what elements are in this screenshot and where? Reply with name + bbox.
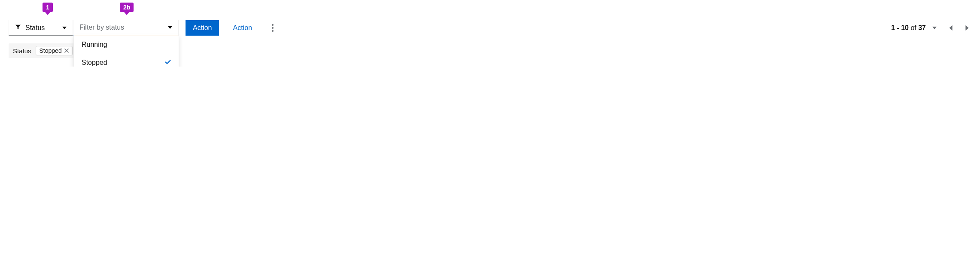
dropdown-option[interactable]: Running xyxy=(74,36,179,54)
filter-selects: Status Filter by status RunningStoppedDo… xyxy=(9,20,179,36)
filter-chip: Stopped xyxy=(36,46,73,55)
callout-1: 1 xyxy=(43,3,53,12)
secondary-action-button[interactable]: Action xyxy=(226,21,259,35)
caret-down-icon xyxy=(62,24,67,32)
chip-group-label: Status xyxy=(13,47,32,55)
filter-value-select[interactable]: Filter by status RunningStoppedDownDegra… xyxy=(73,20,179,36)
kebab-menu-button[interactable] xyxy=(266,21,280,35)
dropdown-option-label: Running xyxy=(82,41,107,49)
chip-label: Stopped xyxy=(40,47,62,54)
dropdown-option[interactable]: Stopped xyxy=(74,54,179,67)
primary-action-button[interactable]: Action xyxy=(186,20,219,36)
filter-attribute-select[interactable]: Status xyxy=(9,20,73,36)
callout-2b: 2b xyxy=(120,3,134,12)
caret-down-icon xyxy=(930,24,939,32)
status-dropdown-menu: RunningStoppedDownDegradedNeeds maintena… xyxy=(73,35,179,67)
pagination: 1 - 10 of 37 xyxy=(891,24,971,32)
pagination-next-button[interactable] xyxy=(963,24,971,32)
chip-remove-button[interactable] xyxy=(64,49,69,53)
pagination-range: 1 - 10 of 37 xyxy=(891,24,926,32)
filter-icon xyxy=(15,24,21,32)
dropdown-option-label: Stopped xyxy=(82,59,107,67)
caret-down-icon xyxy=(168,24,172,31)
svg-point-2 xyxy=(272,30,274,32)
svg-point-0 xyxy=(272,24,274,26)
pagination-range-select[interactable]: 1 - 10 of 37 xyxy=(891,24,939,32)
filter-value-placeholder: Filter by status xyxy=(79,24,124,31)
pagination-prev-button[interactable] xyxy=(947,24,955,32)
svg-point-1 xyxy=(272,27,274,29)
toolbar: Status Filter by status RunningStoppedDo… xyxy=(9,20,971,36)
checkmark-icon xyxy=(165,59,171,67)
filter-attribute-label: Status xyxy=(25,24,58,32)
